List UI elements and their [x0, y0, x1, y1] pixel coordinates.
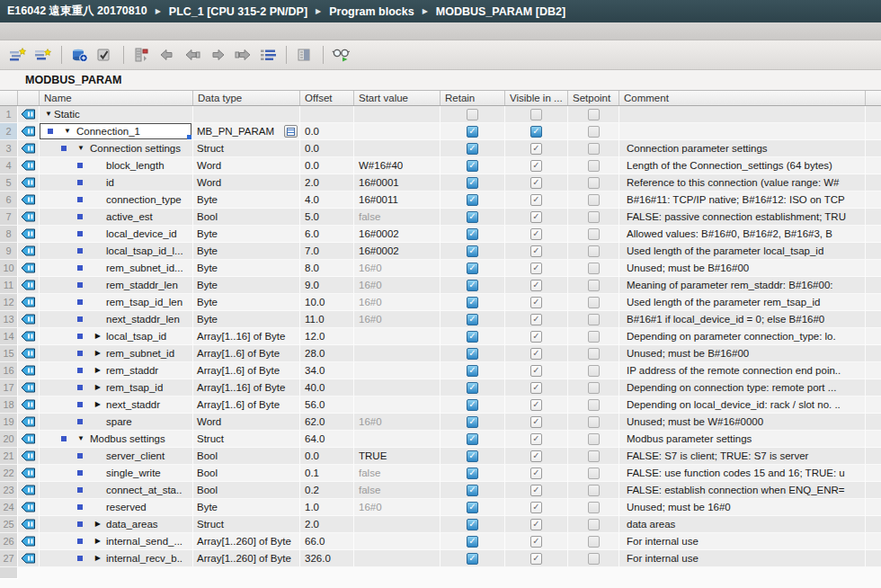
expand-icon[interactable]: ▶	[95, 367, 101, 374]
expand-icon[interactable]: ▶	[95, 333, 101, 340]
data-type-cell[interactable]: Array[1..16] of Byte	[193, 379, 300, 396]
header-offset[interactable]: Offset	[300, 91, 354, 105]
name-cell[interactable]: ▶local_tsap_id	[40, 328, 193, 345]
retain-checkbox[interactable]: ✓	[467, 331, 478, 343]
start-value-cell[interactable]	[354, 140, 440, 157]
setpoint-checkbox[interactable]	[588, 211, 600, 223]
expand-icon[interactable]: ▶	[95, 384, 101, 391]
monitor-all-icon[interactable]	[331, 44, 352, 66]
start-value-cell[interactable]: 16#0	[354, 499, 440, 516]
visible-checkbox[interactable]: ✓	[530, 245, 542, 257]
visible-checkbox[interactable]: ✓	[530, 519, 542, 530]
data-type-cell[interactable]: Array[1..260] of Byte	[193, 550, 300, 567]
retain-checkbox[interactable]: ✓	[467, 245, 478, 257]
data-type-cell[interactable]: Array[1..6] of Byte	[193, 345, 300, 362]
comment-cell[interactable]: Used length of the parameter rem_tsap_id	[619, 294, 866, 311]
setpoint-checkbox[interactable]	[588, 553, 600, 565]
data-type-cell[interactable]: Byte	[193, 277, 300, 294]
setpoint-checkbox[interactable]	[588, 399, 600, 411]
data-type-cell[interactable]: Bool	[193, 448, 300, 465]
comment-cell[interactable]: IP address of the remote connection end …	[619, 362, 866, 379]
data-type-cell[interactable]: Word	[193, 174, 300, 192]
collapse-icon[interactable]: ▼	[77, 145, 85, 152]
visible-checkbox[interactable]: ✓	[530, 416, 542, 428]
upload-start-values-icon[interactable]	[232, 44, 254, 66]
expand-icon[interactable]: ▶	[95, 350, 101, 357]
visible-checkbox[interactable]: ✓	[530, 263, 542, 274]
retain-checkbox[interactable]: ✓	[467, 348, 478, 360]
retain-checkbox[interactable]: ✓	[467, 416, 478, 428]
retain-checkbox[interactable]: ✓	[467, 194, 478, 206]
visible-checkbox[interactable]: ✓	[530, 143, 542, 155]
edit-handle[interactable]	[187, 135, 191, 139]
data-type-cell[interactable]: Word	[193, 414, 300, 431]
name-cell[interactable]: single_write	[40, 465, 193, 482]
download-start-values-icon[interactable]	[207, 44, 228, 66]
name-cell[interactable]: ▶data_areas	[40, 516, 193, 533]
data-type-picker-button[interactable]	[284, 125, 298, 138]
visible-checkbox[interactable]: ✓	[530, 536, 542, 548]
comment-cell[interactable]: Depending on parameter connection_type: …	[619, 328, 866, 345]
visible-checkbox[interactable]: ✓	[530, 399, 542, 411]
name-cell[interactable]: ▼Connection_1	[40, 123, 193, 140]
setpoint-checkbox[interactable]	[588, 263, 600, 274]
setpoint-checkbox[interactable]	[588, 519, 600, 530]
setpoint-checkbox[interactable]	[588, 160, 600, 172]
name-cell[interactable]: active_est	[40, 209, 193, 226]
name-cell[interactable]: ▼Connection settings	[40, 140, 193, 157]
collapse-icon[interactable]: ▼	[64, 128, 71, 135]
setpoint-checkbox[interactable]	[588, 194, 600, 206]
retain-checkbox[interactable]: ✓	[467, 485, 478, 496]
setpoint-checkbox[interactable]	[588, 450, 600, 462]
visible-checkbox[interactable]: ✓	[530, 160, 542, 172]
name-cell[interactable]: spare	[40, 414, 193, 431]
visible-checkbox[interactable]: ✓	[530, 211, 542, 223]
name-cell[interactable]: server_client	[40, 448, 193, 465]
name-cell[interactable]: ▼Static	[40, 106, 193, 123]
start-value-cell[interactable]	[354, 379, 440, 396]
name-cell[interactable]: reserved	[40, 499, 193, 516]
setpoint-checkbox[interactable]	[588, 126, 600, 138]
comment-cell[interactable]: B#16#1 if local_device_id = 0; else B#16…	[619, 311, 866, 328]
retain-checkbox[interactable]: ✓	[467, 536, 478, 548]
setpoint-checkbox[interactable]	[588, 297, 600, 308]
setpoint-checkbox[interactable]	[588, 365, 600, 377]
retain-checkbox[interactable]: ✓	[467, 502, 478, 513]
start-value-cell[interactable]	[354, 396, 440, 414]
visible-checkbox[interactable]: ✓	[530, 485, 542, 496]
visible-checkbox[interactable]: ✓	[530, 228, 542, 240]
data-type-cell[interactable]: Byte	[193, 294, 300, 311]
name-cell[interactable]: local_tsap_id_l...	[40, 243, 193, 260]
name-cell[interactable]: ▶rem_subnet_id	[40, 345, 193, 362]
setpoint-checkbox[interactable]	[588, 143, 600, 155]
visible-checkbox[interactable]: ✓	[530, 177, 542, 189]
copy-snapshots-to-start-values-icon[interactable]	[131, 44, 153, 66]
start-value-cell[interactable]	[354, 516, 440, 533]
start-value-cell[interactable]: 16#0001	[354, 174, 440, 192]
setpoint-checkbox[interactable]	[588, 280, 600, 291]
data-type-cell[interactable]: Word	[193, 157, 300, 174]
setpoint-checkbox[interactable]	[588, 177, 600, 189]
visible-checkbox[interactable]: ✓	[530, 348, 542, 360]
comment-cell[interactable]: Unused; must be B#16#00	[619, 345, 866, 362]
start-value-cell[interactable]: false	[354, 465, 440, 482]
start-value-cell[interactable]: 16#0	[354, 277, 440, 294]
load-snapshot-icon[interactable]	[156, 44, 178, 66]
collapse-icon[interactable]: ▼	[45, 111, 52, 118]
start-value-cell[interactable]	[354, 123, 440, 140]
setpoint-checkbox[interactable]	[588, 331, 600, 343]
copy-to-start-values-icon[interactable]	[182, 44, 203, 66]
setpoint-checkbox[interactable]	[588, 536, 600, 548]
retain-checkbox[interactable]: ✓	[467, 553, 478, 565]
comment-cell[interactable]: Reference to this connection (value rang…	[619, 174, 866, 192]
name-cell[interactable]: rem_subnet_id...	[40, 260, 193, 277]
start-value-cell[interactable]: TRUE	[354, 448, 440, 465]
data-type-cell[interactable]: Byte	[193, 226, 300, 243]
expand-icon[interactable]: ▶	[95, 538, 101, 545]
retain-checkbox[interactable]: ✓	[467, 468, 478, 479]
setpoint-checkbox[interactable]	[588, 485, 600, 496]
visible-checkbox[interactable]	[530, 109, 542, 120]
setpoint-checkbox[interactable]	[588, 502, 600, 513]
add-row-icon[interactable]	[32, 44, 54, 66]
name-cell[interactable]: ▶rem_tsap_id	[40, 379, 193, 396]
